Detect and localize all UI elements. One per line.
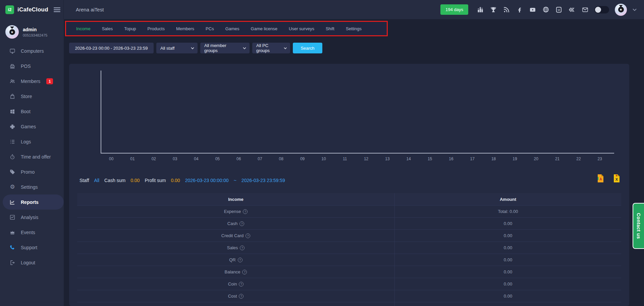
tab-income[interactable]: Income — [76, 26, 91, 31]
help-icon[interactable]: ? — [243, 209, 248, 214]
search-button[interactable]: Search — [293, 43, 322, 53]
hamburger-menu-icon[interactable] — [54, 7, 60, 12]
stopwatch-icon — [9, 154, 15, 160]
ranking-icon[interactable] — [477, 6, 484, 13]
help-icon[interactable]: ? — [239, 282, 244, 287]
sidebar-item-time-and-offer[interactable]: Time and offer — [0, 149, 64, 164]
members-icon — [9, 78, 15, 84]
sidebar-item-promo[interactable]: Promo — [0, 164, 64, 179]
x-axis-label: 22 — [568, 157, 589, 161]
tab-topup[interactable]: Topup — [124, 26, 136, 31]
sidebar-item-events[interactable]: Events — [0, 225, 64, 240]
x-axis-label: 19 — [504, 157, 525, 161]
tab-settings[interactable]: Settings — [346, 26, 362, 31]
tab-shift[interactable]: Shift — [326, 26, 334, 31]
logo[interactable]: i2 iCafeCloud — [0, 0, 64, 19]
tab-sales[interactable]: Sales — [102, 26, 113, 31]
youtube-icon[interactable] — [529, 6, 536, 13]
tag-icon — [9, 169, 15, 175]
trophy-icon[interactable] — [490, 6, 497, 13]
sidebar-item-pos[interactable]: POS — [0, 58, 64, 74]
sidebar-item-computers[interactable]: Computers — [0, 43, 64, 58]
date-to-value: 2026-03-23 23:59:59 — [241, 178, 285, 183]
member-groups-select[interactable]: All member groups — [200, 43, 250, 53]
row-label: Cash — [227, 221, 237, 226]
topbar-actions: 194 days i2 ★ — [440, 4, 644, 16]
date-from-value: 2026-03-23 00:00:00 — [185, 178, 229, 183]
tab-products[interactable]: Products — [148, 26, 165, 31]
date-range-input[interactable] — [69, 43, 154, 53]
sidebar-item-label: Analysis — [21, 215, 38, 220]
user-id: 005193482475 — [23, 33, 47, 37]
user-avatar[interactable]: ★ — [615, 4, 627, 16]
mail-icon[interactable] — [581, 6, 589, 13]
tab-members[interactable]: Members — [176, 26, 194, 31]
days-remaining-badge[interactable]: 194 days — [440, 4, 468, 15]
staff-select[interactable]: All staff — [156, 43, 198, 53]
sidebar-item-logout[interactable]: Logout — [0, 255, 64, 270]
tab-user-surveys[interactable]: User surveys — [289, 26, 314, 31]
income-report-card: 0001020304050607080910111213141516171819… — [69, 64, 629, 306]
help-icon[interactable]: ? — [239, 294, 244, 299]
staff-value-link[interactable]: All — [94, 178, 100, 183]
x-axis-label: 16 — [440, 157, 462, 161]
table-header-row: Income Amount — [77, 193, 621, 205]
tab-game-license[interactable]: Game license — [251, 26, 277, 31]
sidebar-item-label: Boot — [21, 109, 31, 114]
chart-y-axis — [101, 71, 101, 154]
rss-icon[interactable] — [503, 6, 510, 13]
staff-label: Staff — [79, 178, 89, 183]
tab-games[interactable]: Games — [225, 26, 239, 31]
pc-groups-value: All PC groups — [256, 43, 281, 53]
row-label: Coin — [228, 281, 237, 287]
sidebar-item-settings[interactable]: ⚙ Settings — [0, 179, 64, 194]
pdf-export-icon[interactable]: A — [596, 174, 604, 183]
phone-icon — [9, 245, 15, 251]
row-amount: 0.00 — [395, 230, 621, 242]
sidebar-user[interactable]: ★ admin 005193482475 — [0, 19, 64, 43]
excel-export-icon[interactable]: X — [612, 174, 621, 183]
sidebar-item-analysis[interactable]: Analysis — [0, 210, 64, 225]
x-axis-label: 12 — [356, 157, 377, 161]
sidebar-item-games[interactable]: Games — [0, 119, 64, 134]
help-icon[interactable]: ? — [246, 233, 250, 238]
svg-text:i2: i2 — [558, 8, 560, 11]
chevron-down-icon[interactable] — [633, 8, 637, 11]
table-row-cash: Cash? 0.00 — [77, 217, 621, 229]
row-label: Balance — [225, 269, 240, 274]
sidebar-item-store[interactable]: Store — [0, 89, 64, 104]
windows-icon — [9, 108, 15, 115]
pc-groups-select[interactable]: All PC groups — [252, 43, 290, 53]
column-header-amount: Amount — [395, 193, 621, 205]
sidebar-item-support[interactable]: Support — [0, 240, 64, 255]
x-axis-label: 18 — [483, 157, 504, 161]
x-axis-label: 04 — [185, 157, 207, 161]
x-axis-label: 10 — [313, 157, 334, 161]
icafe-doc-icon[interactable]: i2 — [555, 6, 562, 13]
x-axis-label: 17 — [462, 157, 483, 161]
user-name: admin — [23, 27, 47, 32]
help-icon[interactable]: ? — [239, 221, 244, 226]
contact-us-tab[interactable]: Contact us — [633, 203, 644, 249]
help-icon[interactable]: ? — [240, 246, 245, 250]
x-axis-label: 01 — [122, 157, 143, 161]
tab-pcs[interactable]: PCs — [206, 26, 214, 31]
sidebar-item-boot[interactable]: Boot — [0, 104, 64, 119]
sidebar-item-reports[interactable]: Reports — [3, 194, 64, 210]
sidebar-item-label: Reports — [21, 200, 39, 205]
sidebar-item-members[interactable]: Members 1 — [0, 74, 64, 89]
table-row-qr: QR? 0.00 — [77, 254, 621, 266]
theme-toggle[interactable] — [594, 6, 609, 13]
facebook-icon[interactable] — [516, 6, 523, 13]
table-row-balance: Balance? 0.00 — [77, 266, 621, 278]
sidebar: ★ admin 005193482475 Computers POS Membe… — [0, 19, 64, 306]
x-axis-label: 08 — [271, 157, 292, 161]
sidebar-item-label: Members — [21, 79, 40, 84]
sidebar-item-logs[interactable]: Logs — [0, 134, 64, 149]
table-row-partial — [77, 302, 621, 306]
globe-icon[interactable] — [542, 6, 549, 13]
layers-icon[interactable] — [568, 6, 576, 13]
filter-bar: All staff All member groups All PC group… — [69, 43, 322, 53]
help-icon[interactable]: ? — [242, 270, 247, 274]
help-icon[interactable]: ? — [238, 258, 243, 262]
